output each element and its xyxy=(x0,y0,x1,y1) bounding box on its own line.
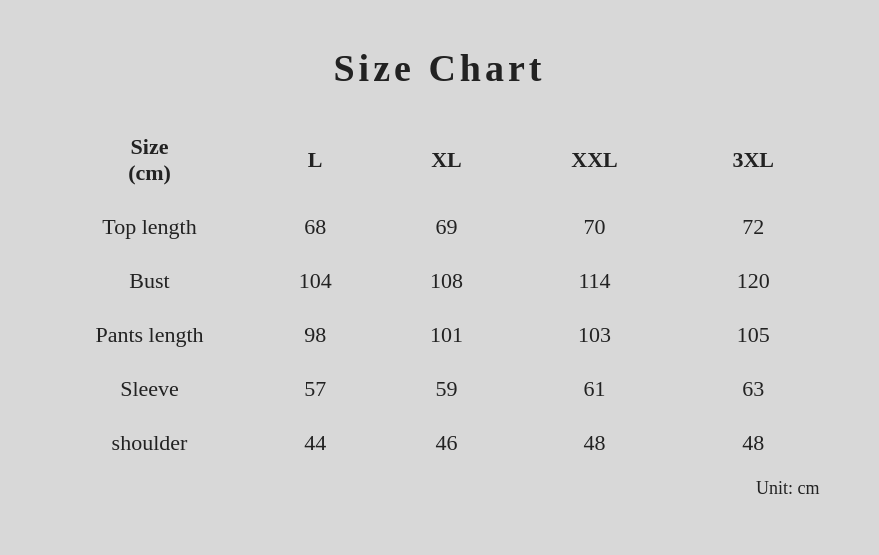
header-size: Size(cm) xyxy=(50,120,250,200)
cell-bust-l: 104 xyxy=(250,254,381,308)
cell-shoulder-xl: 46 xyxy=(381,416,512,470)
row-label-top-length: Top length xyxy=(50,200,250,254)
cell-sleeve-xl: 59 xyxy=(381,362,512,416)
cell-pants-length-xl: 101 xyxy=(381,308,512,362)
unit-label: Unit: cm xyxy=(50,470,830,499)
unit-row: Unit: cm xyxy=(50,470,830,499)
size-chart-table: Size(cm) L XL XXL 3XL Top length 68 69 7… xyxy=(50,120,830,499)
cell-pants-length-l: 98 xyxy=(250,308,381,362)
cell-shoulder-3xl: 48 xyxy=(677,416,830,470)
table-row: Top length 68 69 70 72 xyxy=(50,200,830,254)
cell-shoulder-xxl: 48 xyxy=(512,416,677,470)
cell-sleeve-3xl: 63 xyxy=(677,362,830,416)
cell-bust-xl: 108 xyxy=(381,254,512,308)
table-row: Pants length 98 101 103 105 xyxy=(50,308,830,362)
cell-pants-length-xxl: 103 xyxy=(512,308,677,362)
cell-top-length-xxl: 70 xyxy=(512,200,677,254)
table-row: Sleeve 57 59 61 63 xyxy=(50,362,830,416)
row-label-pants-length: Pants length xyxy=(50,308,250,362)
cell-pants-length-3xl: 105 xyxy=(677,308,830,362)
header-3xl: 3XL xyxy=(677,120,830,200)
header-xxl: XXL xyxy=(512,120,677,200)
cell-sleeve-xxl: 61 xyxy=(512,362,677,416)
cell-shoulder-l: 44 xyxy=(250,416,381,470)
table-row: Bust 104 108 114 120 xyxy=(50,254,830,308)
chart-title: Size Chart xyxy=(50,46,830,90)
cell-sleeve-l: 57 xyxy=(250,362,381,416)
table-header-row: Size(cm) L XL XXL 3XL xyxy=(50,120,830,200)
row-label-bust: Bust xyxy=(50,254,250,308)
header-xl: XL xyxy=(381,120,512,200)
size-chart-container: Size Chart Size(cm) L XL XXL 3XL Top len… xyxy=(10,26,870,529)
cell-top-length-xl: 69 xyxy=(381,200,512,254)
cell-top-length-3xl: 72 xyxy=(677,200,830,254)
cell-top-length-l: 68 xyxy=(250,200,381,254)
row-label-sleeve: Sleeve xyxy=(50,362,250,416)
table-row: shoulder 44 46 48 48 xyxy=(50,416,830,470)
cell-bust-xxl: 114 xyxy=(512,254,677,308)
row-label-shoulder: shoulder xyxy=(50,416,250,470)
cell-bust-3xl: 120 xyxy=(677,254,830,308)
header-l: L xyxy=(250,120,381,200)
